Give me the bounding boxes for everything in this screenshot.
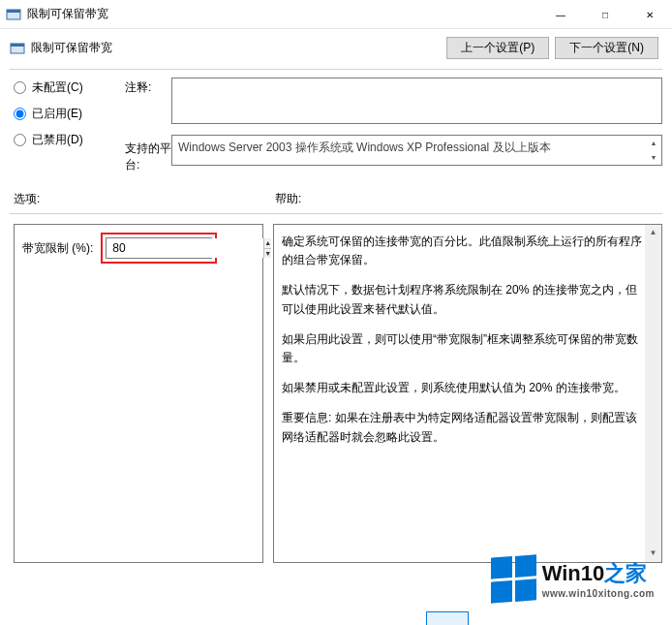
comment-label: 注释: (125, 78, 171, 96)
previous-setting-label: 上一个设置(P) (461, 40, 535, 56)
radio-enabled-input[interactable] (14, 108, 26, 120)
lower-panels: 带宽限制 (%): ▲ ▼ 确定系统可保留的连接带宽的百分比。此值限制系统上运行… (0, 214, 672, 563)
partial-button[interactable] (426, 611, 469, 625)
help-paragraph: 重要信息: 如果在注册表中为特定网络适配器设置带宽限制，则配置该网络适配器时就会… (282, 409, 642, 446)
help-paragraph: 确定系统可保留的连接带宽的百分比。此值限制系统上运行的所有程序的组合带宽保留。 (282, 233, 642, 269)
scroll-up-icon[interactable]: ▲ (645, 225, 661, 241)
section-labels: 选项: 帮助: (0, 173, 672, 211)
spinner-down-icon[interactable]: ▼ (264, 249, 271, 259)
help-paragraph: 默认情况下，数据包计划程序将系统限制在 20% 的连接带宽之内，但可以使用此设置… (282, 281, 642, 318)
comment-field-wrap (171, 78, 662, 127)
nav-buttons: 上一个设置(P) 下一个设置(N) (446, 37, 658, 59)
bandwidth-limit-highlight: ▲ ▼ (101, 233, 217, 264)
next-setting-label: 下一个设置(N) (569, 40, 644, 56)
bandwidth-limit-row: 带宽限制 (%): ▲ ▼ (22, 233, 255, 264)
window-controls: — □ ✕ (538, 0, 672, 28)
policy-title: 限制可保留带宽 (31, 40, 446, 56)
radio-enabled-label: 已启用(E) (32, 106, 82, 122)
platform-field: Windows Server 2003 操作系统或 Windows XP Pro… (171, 135, 662, 166)
previous-setting-button[interactable]: 上一个设置(P) (446, 37, 549, 59)
platform-scroll[interactable]: ▲ ▼ (646, 136, 661, 165)
scroll-track[interactable] (645, 241, 661, 546)
radio-disabled-label: 已禁用(D) (32, 132, 83, 148)
options-panel: 带宽限制 (%): ▲ ▼ (14, 224, 263, 563)
radio-enabled[interactable]: 已启用(E) (14, 106, 125, 122)
help-scrollbar[interactable]: ▲ ▼ (645, 225, 661, 562)
radio-disabled[interactable]: 已禁用(D) (14, 132, 125, 148)
bandwidth-limit-label: 带宽限制 (%): (22, 240, 93, 257)
platform-field-wrap: Windows Server 2003 操作系统或 Windows XP Pro… (171, 135, 662, 166)
radio-not-configured[interactable]: 未配置(C) (14, 79, 125, 96)
scroll-up-icon[interactable]: ▲ (646, 136, 661, 150)
help-paragraph: 如果禁用或未配置此设置，则系统使用默认值为 20% 的连接带宽。 (282, 379, 642, 397)
window-title: 限制可保留带宽 (27, 6, 538, 22)
app-icon (6, 7, 21, 22)
close-button[interactable]: ✕ (627, 0, 672, 29)
spinner-buttons: ▲ ▼ (263, 238, 271, 258)
svg-rect-1 (7, 10, 20, 13)
watermark-brand: Win10之家 (542, 559, 655, 588)
bandwidth-limit-spinner[interactable]: ▲ ▼ (106, 237, 212, 259)
titlebar: 限制可保留带宽 — □ ✕ (0, 0, 672, 29)
scroll-down-icon[interactable]: ▼ (646, 150, 661, 165)
watermark: Win10之家 www.win10xitong.com (491, 556, 655, 602)
spinner-up-icon[interactable]: ▲ (264, 238, 271, 249)
minimize-button[interactable]: — (538, 0, 583, 29)
watermark-text: Win10之家 www.win10xitong.com (542, 559, 655, 599)
comment-textarea[interactable] (171, 78, 662, 124)
watermark-url: www.win10xitong.com (542, 588, 655, 599)
radio-not-configured-input[interactable] (14, 81, 26, 94)
svg-rect-3 (11, 44, 24, 47)
next-setting-button[interactable]: 下一个设置(N) (555, 37, 658, 59)
help-section-label: 帮助: (275, 191, 662, 207)
maximize-button[interactable]: □ (583, 0, 627, 29)
radio-disabled-input[interactable] (14, 134, 26, 146)
state-radio-group: 未配置(C) 已启用(E) 已禁用(D) (14, 78, 125, 148)
config-area: 未配置(C) 已启用(E) 已禁用(D) 注释: 支持的平台: Windows … (0, 70, 672, 173)
policy-icon (10, 41, 25, 56)
platform-value: Windows Server 2003 操作系统或 Windows XP Pro… (178, 141, 551, 154)
options-section-label: 选项: (14, 191, 275, 207)
bandwidth-limit-input[interactable] (107, 238, 263, 258)
scroll-down-icon[interactable]: ▼ (645, 546, 661, 562)
subheader: 限制可保留带宽 上一个设置(P) 下一个设置(N) (0, 29, 672, 65)
platform-label: 支持的平台: (125, 135, 171, 173)
help-panel: 确定系统可保留的连接带宽的百分比。此值限制系统上运行的所有程序的组合带宽保留。 … (273, 224, 662, 563)
watermark-brand-suffix: 之家 (604, 561, 647, 585)
watermark-brand-prefix: Win10 (542, 561, 605, 585)
radio-not-configured-label: 未配置(C) (32, 79, 83, 96)
help-paragraph: 如果启用此设置，则可以使用“带宽限制”框来调整系统可保留的带宽数量。 (282, 330, 642, 367)
